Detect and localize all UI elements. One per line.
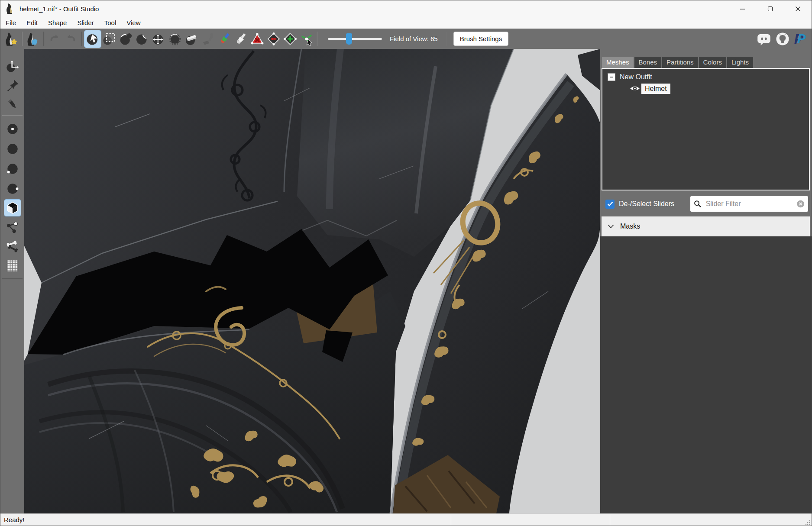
color-brush-button[interactable] bbox=[216, 30, 233, 48]
pencil-icon bbox=[6, 98, 19, 111]
redo-icon bbox=[64, 32, 78, 46]
menu-tool[interactable]: Tool bbox=[99, 17, 122, 29]
deflate-brush-button[interactable] bbox=[134, 30, 150, 48]
tree-root-label: New Outfit bbox=[620, 73, 652, 81]
move-brush-icon bbox=[152, 32, 165, 46]
collapse-vertex-button[interactable] bbox=[249, 30, 265, 48]
statusbar-separator bbox=[451, 515, 451, 526]
sliders-empty-area bbox=[600, 236, 812, 513]
maximize-icon bbox=[767, 6, 773, 12]
select-tool-icon bbox=[86, 32, 100, 46]
light-directional-2-icon bbox=[6, 182, 19, 196]
main-area: Meshes Bones Partitions Colors Lights Ne… bbox=[0, 49, 812, 513]
slider-filter-row: De-/Select Sliders bbox=[600, 193, 812, 215]
svg-text:P: P bbox=[797, 32, 806, 45]
deflate-brush-icon bbox=[135, 32, 149, 46]
toggle-grid-button[interactable] bbox=[4, 258, 21, 274]
menu-edit[interactable]: Edit bbox=[21, 17, 43, 29]
toolbar-separator bbox=[43, 32, 44, 46]
masks-section-header[interactable]: Masks bbox=[602, 216, 810, 236]
erase-brush-button[interactable] bbox=[183, 30, 200, 48]
weight-brush-icon bbox=[201, 32, 215, 46]
statusbar: Ready! bbox=[0, 513, 812, 526]
smooth-brush-button[interactable] bbox=[167, 30, 183, 48]
color-brush-icon bbox=[217, 32, 231, 46]
select-tool-button[interactable] bbox=[84, 30, 101, 48]
new-project-button[interactable] bbox=[3, 30, 19, 48]
right-panel: Meshes Bones Partitions Colors Lights Ne… bbox=[600, 49, 812, 513]
minimize-button[interactable] bbox=[728, 0, 756, 17]
toggle-vertex-edit-button[interactable] bbox=[4, 96, 21, 113]
new-project-icon bbox=[4, 32, 19, 46]
brush-settings-button[interactable]: Brush Settings bbox=[453, 32, 509, 46]
slider-filter-input[interactable] bbox=[705, 200, 796, 208]
toggle-visible-bones-button[interactable] bbox=[4, 238, 21, 254]
toolbar-separator bbox=[317, 32, 318, 46]
toggle-perspective-button[interactable] bbox=[4, 200, 21, 216]
load-project-button[interactable] bbox=[25, 30, 41, 48]
move-vertex-button[interactable] bbox=[298, 30, 315, 48]
tree-item-helmet[interactable]: Helmet bbox=[629, 84, 809, 94]
close-icon bbox=[795, 6, 801, 12]
tab-colors[interactable]: Colors bbox=[699, 57, 726, 68]
fov-slider[interactable] bbox=[328, 38, 382, 40]
toggle-pin-button[interactable] bbox=[4, 77, 21, 94]
panel-tabs: Meshes Bones Partitions Colors Lights bbox=[600, 49, 812, 68]
statusbar-separator bbox=[610, 515, 610, 526]
left-toolbar-separator bbox=[2, 278, 23, 279]
light-front-button[interactable] bbox=[4, 141, 21, 157]
left-toolbar-separator bbox=[2, 115, 23, 116]
split-edge-button[interactable] bbox=[282, 30, 298, 48]
vertices-edges-icon bbox=[6, 221, 19, 235]
collapse-icon[interactable] bbox=[608, 73, 615, 81]
menu-shape[interactable]: Shape bbox=[43, 17, 72, 29]
inflate-brush-button[interactable] bbox=[117, 30, 134, 48]
maximize-button[interactable] bbox=[756, 0, 784, 17]
left-toolbar bbox=[0, 49, 25, 513]
minimize-icon bbox=[740, 6, 745, 12]
weight-brush-button[interactable] bbox=[200, 30, 216, 48]
deselect-sliders-checkbox[interactable] bbox=[605, 200, 615, 209]
tab-partitions[interactable]: Partitions bbox=[662, 57, 698, 68]
redo-button[interactable] bbox=[63, 30, 79, 48]
menu-slider[interactable]: Slider bbox=[72, 17, 99, 29]
resize-grip[interactable] bbox=[805, 520, 811, 526]
chevron-down-icon bbox=[608, 224, 614, 229]
menu-view[interactable]: View bbox=[121, 17, 146, 29]
move-brush-button[interactable] bbox=[150, 30, 167, 48]
mask-brush-icon bbox=[102, 32, 116, 46]
tab-lights[interactable]: Lights bbox=[727, 57, 753, 68]
undo-button[interactable] bbox=[46, 30, 63, 48]
light-center-button[interactable] bbox=[4, 121, 21, 137]
light-directional-1-button[interactable] bbox=[4, 161, 21, 177]
menu-file[interactable]: File bbox=[0, 17, 21, 29]
tree-item-new-outfit[interactable]: New Outfit bbox=[608, 73, 809, 81]
close-button[interactable] bbox=[784, 0, 812, 17]
paypal-icon[interactable]: P P bbox=[793, 32, 806, 46]
alpha-brush-button[interactable] bbox=[233, 30, 249, 48]
undo-icon bbox=[48, 32, 61, 46]
visibility-eye-icon[interactable] bbox=[629, 85, 641, 93]
mask-brush-button[interactable] bbox=[101, 30, 117, 48]
tab-meshes[interactable]: Meshes bbox=[602, 57, 634, 68]
flip-edge-button[interactable] bbox=[265, 30, 282, 48]
light-directional-2-button[interactable] bbox=[4, 181, 21, 197]
light-directional-1-icon bbox=[6, 162, 19, 176]
toggle-rotation-center-button[interactable] bbox=[4, 58, 21, 75]
window-title: helmet_1.nif* - Outfit Studio bbox=[19, 5, 99, 13]
toggle-visible-vertices-button[interactable] bbox=[4, 219, 21, 236]
viewport-3d[interactable] bbox=[24, 49, 600, 513]
pin-icon bbox=[6, 79, 19, 93]
slider-filter-searchbox[interactable] bbox=[690, 196, 808, 212]
clear-filter-icon[interactable] bbox=[796, 199, 805, 209]
meshes-tree: New Outfit Helmet bbox=[602, 68, 810, 190]
menubar: File Edit Shape Slider Tool View bbox=[0, 17, 812, 29]
fov-slider-handle[interactable] bbox=[346, 33, 352, 45]
inflate-brush-icon bbox=[119, 32, 133, 46]
tab-bones[interactable]: Bones bbox=[634, 57, 662, 68]
toolbar-separator bbox=[81, 32, 82, 46]
github-icon[interactable] bbox=[775, 32, 790, 46]
status-message: Ready! bbox=[4, 516, 25, 523]
discord-icon[interactable] bbox=[756, 32, 772, 46]
deselect-sliders-label: De-/Select Sliders bbox=[619, 200, 674, 208]
